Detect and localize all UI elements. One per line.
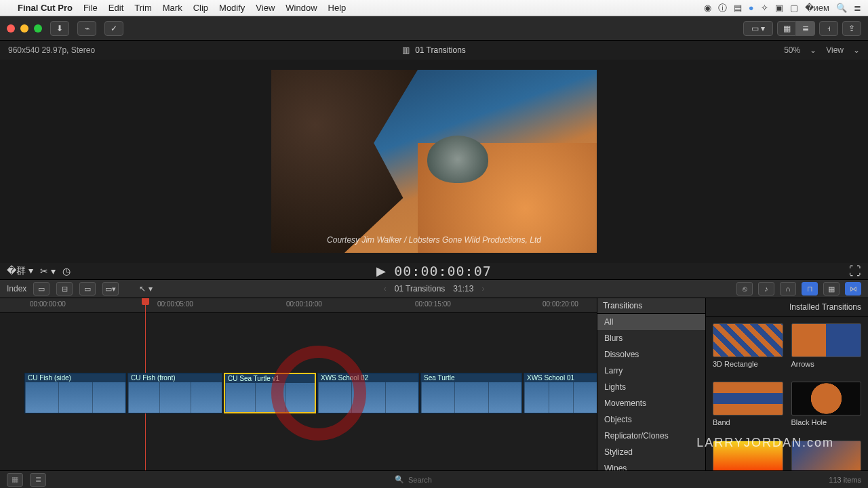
audio-skim-toggle[interactable]: ♪ xyxy=(758,282,774,296)
menu-help[interactable]: Help xyxy=(328,3,347,13)
ruler-tick: 00:00:20:00 xyxy=(542,300,578,308)
fullscreen-icon[interactable]: ⛶ xyxy=(849,264,861,278)
connect-clip-button[interactable]: ▭ xyxy=(33,282,50,296)
status-dropbox-icon[interactable]: ✧ xyxy=(761,3,768,13)
status-display-icon[interactable]: ▤ xyxy=(734,3,742,13)
minimize-button[interactable] xyxy=(20,24,28,33)
menu-modify[interactable]: Modify xyxy=(219,3,245,13)
menu-file[interactable]: File xyxy=(83,3,98,13)
view-list-button[interactable]: ≣ xyxy=(796,21,815,36)
view-chevron-icon[interactable]: ⌄ xyxy=(853,45,860,55)
play-button[interactable]: ▶ xyxy=(376,264,386,279)
gallery-grid-toggle[interactable]: ▦ xyxy=(7,473,23,487)
status-menu-icon[interactable]: ≣ xyxy=(854,3,861,13)
share-button[interactable]: ⇪ xyxy=(842,21,861,36)
background-tasks-button[interactable]: ✓ xyxy=(104,21,123,36)
app-toolbar: ⬇ ⌁ ✓ ▭ ▾ ▦ ≣ ⫞ ⇪ xyxy=(0,16,868,41)
ruler-tick: 00:00:15:00 xyxy=(415,300,451,308)
index-button[interactable]: Index xyxy=(7,284,26,293)
clip[interactable]: CU Fish (front) xyxy=(127,373,222,413)
solo-toggle[interactable]: ∩ xyxy=(780,282,796,296)
keyword-button[interactable]: ⌁ xyxy=(77,21,96,36)
status-wifi-icon[interactable]: �ием xyxy=(805,3,829,13)
crop-tool-icon[interactable]: ✂ ▾ xyxy=(40,266,56,277)
status-screen-icon[interactable]: ▢ xyxy=(790,3,798,13)
preview-frame[interactable]: Courtesy Jim Walker / Lobsters Gone Wild… xyxy=(271,70,597,253)
menu-window[interactable]: Window xyxy=(285,3,317,13)
category-item[interactable]: Blurs xyxy=(597,330,705,346)
status-dot-icon[interactable]: ● xyxy=(749,3,754,13)
browser-footer: ▦ ≣ 🔍 113 items xyxy=(0,470,868,488)
fullscreen-button[interactable] xyxy=(34,24,42,33)
menu-clip[interactable]: Clip xyxy=(193,3,208,13)
append-clip-button[interactable]: ▭ xyxy=(79,282,96,296)
search-input[interactable] xyxy=(408,476,490,484)
import-button[interactable]: ⬇ xyxy=(50,21,69,36)
primary-storyline: CU Fish (side)CU Fish (front)CU Sea Turt… xyxy=(24,373,597,413)
viewer-header: 960x540 29.97p, Stereo ▥ 01 Transitions … xyxy=(0,41,868,60)
timeline-ruler[interactable]: 00:00:00:00 00:00:05:00 00:00:10:00 00:0… xyxy=(0,298,597,313)
viewer-format-icon[interactable]: ▥ xyxy=(402,45,410,55)
category-item[interactable]: Stylized xyxy=(597,444,705,460)
transitions-browser-toggle[interactable]: ⋈ xyxy=(845,282,861,296)
menu-view[interactable]: View xyxy=(256,3,275,13)
preset-name: 3D Rectangle xyxy=(713,360,783,368)
clip[interactable]: CU Sea Turtle v1 xyxy=(224,373,316,413)
view-filmstrip-button[interactable]: ▦ xyxy=(777,21,796,36)
gallery-list-toggle[interactable]: ≣ xyxy=(30,473,46,487)
skimming-toggle[interactable]: ⎋ xyxy=(736,282,753,296)
timeline-nav-prev[interactable]: ‹ xyxy=(384,284,387,293)
preset-thumbnail xyxy=(791,323,862,357)
category-item[interactable]: Larry xyxy=(597,363,705,379)
transition-preset[interactable]: Band xyxy=(713,382,783,430)
category-item[interactable]: Dissolves xyxy=(597,346,705,363)
menu-trim[interactable]: Trim xyxy=(134,3,152,13)
select-tool-icon[interactable]: ↖ ▾ xyxy=(139,284,152,293)
effects-browser-toggle[interactable]: ▦ xyxy=(823,282,840,296)
status-info-icon[interactable]: ⓘ xyxy=(718,2,727,14)
app-name[interactable]: Final Cut Pro xyxy=(18,3,73,13)
clip[interactable]: CU Fish (side) xyxy=(24,373,126,413)
snapping-toggle[interactable]: ⊓ xyxy=(802,282,818,296)
status-search-icon[interactable]: 🔍 xyxy=(836,3,847,13)
close-button[interactable] xyxy=(7,24,15,33)
overwrite-clip-button[interactable]: ▭▾ xyxy=(102,282,119,296)
inspector-toggle[interactable]: ⫞ xyxy=(819,21,838,36)
view-menu-label[interactable]: View xyxy=(826,45,844,55)
zoom-value[interactable]: 50% xyxy=(784,45,800,55)
timeline-nav-next[interactable]: › xyxy=(481,284,484,293)
transition-preset[interactable]: Black Hole xyxy=(791,382,862,430)
gallery-grid: 3D RectangleArrowsBandBlack Hole xyxy=(706,317,868,488)
timeline-duration: 31:13 xyxy=(453,284,473,293)
category-item[interactable]: Objects xyxy=(597,411,705,428)
transition-preset[interactable]: Arrows xyxy=(791,323,862,372)
status-clip-icon[interactable]: ▣ xyxy=(775,3,783,13)
clip[interactable]: XWS School 01 xyxy=(524,373,597,413)
category-item[interactable]: Movements xyxy=(597,395,705,411)
category-item[interactable]: All xyxy=(597,314,705,330)
timeline[interactable]: 00:00:00:00 00:00:05:00 00:00:10:00 00:0… xyxy=(0,298,597,488)
insert-clip-button[interactable]: ⊟ xyxy=(56,282,73,296)
transition-preset[interactable]: 3D Rectangle xyxy=(713,323,783,372)
clip[interactable]: XWS School 02 xyxy=(317,373,419,413)
zoom-chevron-icon[interactable]: ⌄ xyxy=(810,45,816,55)
clip[interactable]: Sea Turtle xyxy=(420,373,522,413)
timeline-project-name: 01 Transitions xyxy=(395,284,446,293)
transitions-gallery: Installed Transitions 3D RectangleArrows… xyxy=(705,298,868,488)
preset-name: Black Hole xyxy=(791,418,862,426)
menu-edit[interactable]: Edit xyxy=(108,3,123,13)
format-label: 960x540 29.97p, Stereo xyxy=(8,45,95,55)
retime-tool-icon[interactable]: ◷ xyxy=(62,266,71,277)
timecode-display[interactable]: 00:00:00:07 xyxy=(394,263,491,279)
clip-label: XWS School 01 xyxy=(524,373,597,382)
menu-mark[interactable]: Mark xyxy=(163,3,182,13)
viewer-title: 01 Transitions xyxy=(415,45,466,55)
library-sidebar-toggle[interactable]: ▭ ▾ xyxy=(743,21,773,36)
status-eye-icon[interactable]: ◉ xyxy=(704,3,711,13)
category-item[interactable]: Lights xyxy=(597,379,705,395)
category-item[interactable]: Replicator/Clones xyxy=(597,428,705,444)
viewer: Courtesy Jim Walker / Lobsters Gone Wild… xyxy=(0,60,868,263)
preset-thumbnail xyxy=(791,382,862,415)
transform-tool-icon[interactable]: �群 ▾ xyxy=(7,265,33,277)
category-list: AllBlursDissolvesLarryLightsMovementsObj… xyxy=(597,314,705,476)
